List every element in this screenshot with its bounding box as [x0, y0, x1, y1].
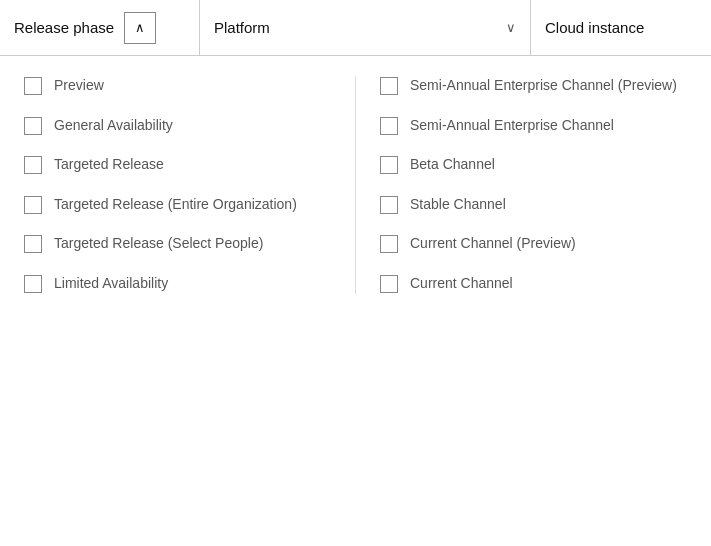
checkbox-semi-annual[interactable] — [380, 117, 398, 135]
checkbox-label-semi-annual: Semi-Annual Enterprise Channel — [410, 116, 614, 136]
checkbox-item-general-availability[interactable]: General Availability — [20, 106, 335, 146]
checkbox-label-stable-channel: Stable Channel — [410, 195, 506, 215]
checkbox-targeted-release-select[interactable] — [24, 235, 42, 253]
checkbox-item-current-channel[interactable]: Current Channel — [376, 264, 691, 304]
checkbox-item-targeted-release-select[interactable]: Targeted Release (Select People) — [20, 224, 335, 264]
checkbox-item-current-channel-preview[interactable]: Current Channel (Preview) — [376, 224, 691, 264]
checkbox-current-channel-preview[interactable] — [380, 235, 398, 253]
checkbox-label-current-channel: Current Channel — [410, 274, 513, 294]
release-phase-label: Release phase — [14, 19, 114, 36]
checkbox-label-preview: Preview — [54, 76, 104, 96]
checkbox-preview[interactable] — [24, 77, 42, 95]
release-phase-column-header[interactable]: Release phase ∧ — [0, 0, 200, 55]
filter-header: Release phase ∧ Platform ∨ Cloud instanc… — [0, 0, 711, 56]
checkbox-general-availability[interactable] — [24, 117, 42, 135]
checkbox-beta-channel[interactable] — [380, 156, 398, 174]
checkbox-label-targeted-release-entire: Targeted Release (Entire Organization) — [54, 195, 297, 215]
checkbox-label-general-availability: General Availability — [54, 116, 173, 136]
checkbox-item-semi-annual-preview[interactable]: Semi-Annual Enterprise Channel (Preview) — [376, 66, 691, 106]
checkbox-item-limited-availability[interactable]: Limited Availability — [20, 264, 335, 304]
checkbox-item-stable-channel[interactable]: Stable Channel — [376, 185, 691, 225]
checkbox-label-targeted-release-select: Targeted Release (Select People) — [54, 234, 263, 254]
right-column: Semi-Annual Enterprise Channel (Preview)… — [356, 66, 711, 304]
checkbox-stable-channel[interactable] — [380, 196, 398, 214]
checkbox-limited-availability[interactable] — [24, 275, 42, 293]
platform-label: Platform — [214, 19, 270, 36]
checkbox-label-beta-channel: Beta Channel — [410, 155, 495, 175]
filter-content: Preview General Availability Targeted Re… — [0, 56, 711, 314]
chevron-down-icon: ∨ — [506, 20, 516, 35]
checkbox-semi-annual-preview[interactable] — [380, 77, 398, 95]
checkbox-targeted-release-entire[interactable] — [24, 196, 42, 214]
checkbox-label-targeted-release: Targeted Release — [54, 155, 164, 175]
checkbox-item-semi-annual[interactable]: Semi-Annual Enterprise Channel — [376, 106, 691, 146]
checkbox-label-limited-availability: Limited Availability — [54, 274, 168, 294]
checkbox-item-targeted-release-entire[interactable]: Targeted Release (Entire Organization) — [20, 185, 335, 225]
checkbox-label-semi-annual-preview: Semi-Annual Enterprise Channel (Preview) — [410, 76, 677, 96]
cloud-instance-column-header[interactable]: Cloud instance — [531, 0, 711, 55]
platform-column-header[interactable]: Platform ∨ — [200, 0, 531, 55]
checkbox-item-targeted-release[interactable]: Targeted Release — [20, 145, 335, 185]
cloud-instance-label: Cloud instance — [545, 19, 644, 36]
checkbox-label-current-channel-preview: Current Channel (Preview) — [410, 234, 576, 254]
checkbox-item-preview[interactable]: Preview — [20, 66, 335, 106]
left-column: Preview General Availability Targeted Re… — [0, 66, 355, 304]
sort-icon[interactable]: ∧ — [124, 12, 156, 44]
checkbox-item-beta-channel[interactable]: Beta Channel — [376, 145, 691, 185]
checkbox-targeted-release[interactable] — [24, 156, 42, 174]
checkbox-current-channel[interactable] — [380, 275, 398, 293]
